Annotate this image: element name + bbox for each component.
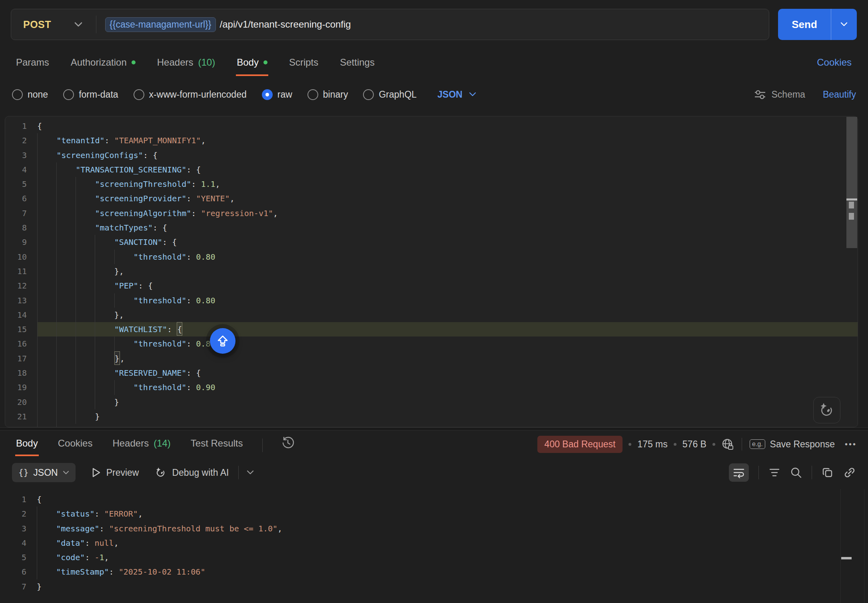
code-line: 6"screeningProvider": "YENTE", bbox=[5, 191, 858, 206]
code-line: 14}, bbox=[5, 308, 858, 322]
code-line: 7} bbox=[5, 579, 858, 594]
divider bbox=[758, 466, 759, 479]
caps-lock-key-overlay bbox=[210, 328, 235, 354]
network-info-button[interactable] bbox=[721, 438, 734, 451]
method-label: POST bbox=[23, 19, 51, 30]
radio-circle bbox=[307, 89, 318, 100]
tab-scripts[interactable]: Scripts bbox=[288, 51, 319, 76]
copy-icon bbox=[822, 467, 834, 479]
response-toolbar: {} JSON Preview Debug with AI bbox=[12, 461, 856, 484]
word-wrap-icon bbox=[733, 467, 745, 478]
response-size[interactable]: 576 B bbox=[682, 439, 706, 450]
status-badge[interactable]: 400 Bad Request bbox=[537, 436, 623, 453]
code-line: 4"data": null, bbox=[5, 536, 858, 550]
ai-sparkle-icon bbox=[818, 402, 835, 419]
code-line: 22} bbox=[5, 424, 858, 427]
body-type-options: none form-data x-www-form-urlencoded raw… bbox=[12, 83, 856, 106]
filter-button[interactable] bbox=[768, 467, 780, 478]
radio-binary[interactable]: binary bbox=[307, 89, 348, 100]
link-button[interactable] bbox=[843, 466, 856, 479]
tab-headers[interactable]: Headers(10) bbox=[156, 51, 216, 76]
code-line: 13"threshold": 0.80 bbox=[5, 293, 858, 308]
tab-authorization[interactable]: Authorization bbox=[70, 51, 136, 76]
radio-x-www-form-urlencoded[interactable]: x-www-form-urlencoded bbox=[134, 89, 247, 100]
request-editor-scrollbar[interactable] bbox=[846, 117, 857, 248]
send-options-button[interactable] bbox=[831, 9, 857, 40]
request-body-editor[interactable]: 1{2"tenantId": "TEAMAPT_MONNIFY1",3"scre… bbox=[5, 116, 858, 427]
postbot-ai-button[interactable] bbox=[813, 397, 840, 423]
search-button[interactable] bbox=[790, 467, 802, 479]
overview-ruler-mark bbox=[841, 557, 852, 559]
copy-button[interactable] bbox=[822, 467, 834, 479]
filter-icon bbox=[768, 467, 780, 478]
search-icon bbox=[790, 467, 802, 479]
sliders-icon bbox=[754, 89, 766, 100]
code-line: 3"message": "screeningThreshold must be … bbox=[5, 521, 858, 536]
debug-with-ai-button[interactable]: Debug with AI bbox=[155, 467, 229, 479]
radio-form-data[interactable]: form-data bbox=[63, 89, 118, 100]
code-line: 3"screeningConfigs": { bbox=[5, 148, 858, 162]
body-status-dot bbox=[263, 60, 267, 64]
response-headers-count: (14) bbox=[154, 438, 171, 449]
response-body-editor[interactable]: 1{2"status": "ERROR",3"message": "screen… bbox=[5, 489, 858, 603]
cookies-link[interactable]: Cookies bbox=[817, 57, 852, 68]
response-format-select[interactable]: {} JSON bbox=[12, 463, 76, 482]
tab-body[interactable]: Body bbox=[236, 51, 268, 76]
code-line: 10"threshold": 0.80 bbox=[5, 250, 858, 264]
response-time[interactable]: 175 ms bbox=[637, 439, 667, 450]
code-line: 8"matchTypes": { bbox=[5, 220, 858, 235]
response-tabs: Body Cookies Headers(14) Test Results bbox=[15, 433, 295, 458]
send-button-group: Send bbox=[778, 9, 857, 40]
raw-format-select[interactable]: JSON bbox=[437, 89, 476, 100]
separator-dot bbox=[674, 443, 676, 446]
code-line: 5"code": -1, bbox=[5, 550, 858, 565]
url-path: /api/v1/tenant-screening-config bbox=[220, 19, 351, 30]
divider bbox=[812, 466, 812, 479]
radio-graphql[interactable]: GraphQL bbox=[363, 89, 417, 100]
tab-settings[interactable]: Settings bbox=[339, 51, 375, 76]
request-url-bar: POST {{case-managament-url}} /api/v1/ten… bbox=[11, 9, 769, 40]
code-line: 7"screeningAlgorithm": "regression-v1", bbox=[5, 206, 858, 220]
beautify-button[interactable]: Beautify bbox=[823, 89, 856, 100]
example-icon: e.g. bbox=[750, 439, 765, 449]
save-response-button[interactable]: e.g. Save Response bbox=[750, 439, 835, 450]
response-tab-headers[interactable]: Headers(14) bbox=[112, 433, 171, 456]
method-selector[interactable]: POST bbox=[11, 19, 96, 30]
code-line: 1{ bbox=[5, 492, 858, 507]
code-line: 9"SANCTION": { bbox=[5, 235, 858, 249]
code-line: 15"WATCHLIST": { bbox=[5, 322, 858, 337]
radio-circle-selected bbox=[262, 89, 273, 100]
send-button[interactable]: Send bbox=[778, 9, 831, 40]
radio-none[interactable]: none bbox=[12, 89, 48, 100]
radio-circle bbox=[363, 89, 374, 100]
code-line: 11}, bbox=[5, 264, 858, 278]
overview-ruler-mark bbox=[846, 198, 857, 200]
url-input[interactable]: {{case-managament-url}} /api/v1/tenant-s… bbox=[96, 17, 351, 32]
divider bbox=[238, 466, 239, 479]
code-line: 20} bbox=[5, 395, 858, 409]
environment-variable-pill[interactable]: {{case-managament-url}} bbox=[105, 17, 216, 32]
preview-button[interactable]: Preview bbox=[92, 467, 139, 478]
divider bbox=[262, 439, 263, 452]
response-tab-test-results[interactable]: Test Results bbox=[190, 433, 244, 456]
response-tab-body[interactable]: Body bbox=[15, 433, 39, 456]
overview-ruler-mark bbox=[849, 213, 854, 220]
code-line: 12"PEP": { bbox=[5, 278, 858, 293]
request-tabs: Params Authorization Headers(10) Body Sc… bbox=[15, 51, 375, 77]
code-line: 1{ bbox=[5, 119, 858, 133]
toolbar-more-dropdown[interactable] bbox=[247, 470, 254, 475]
divider bbox=[864, 489, 864, 603]
divider bbox=[840, 489, 841, 603]
radio-raw[interactable]: raw bbox=[262, 89, 292, 100]
response-tab-cookies[interactable]: Cookies bbox=[57, 433, 94, 456]
postman-app-window: POST {{case-managament-url}} /api/v1/ten… bbox=[0, 0, 868, 603]
response-meta: 400 Bad Request 175 ms 576 B e.g. Save R… bbox=[537, 433, 857, 455]
more-actions-button[interactable]: ••• bbox=[845, 440, 857, 449]
word-wrap-toggle[interactable] bbox=[729, 463, 749, 482]
authorization-status-dot bbox=[132, 60, 136, 64]
schema-button[interactable]: Schema bbox=[754, 89, 805, 100]
tab-params[interactable]: Params bbox=[15, 51, 50, 76]
pane-resize-divider[interactable] bbox=[0, 427, 868, 431]
response-history-button[interactable] bbox=[281, 436, 295, 450]
code-line: 2"status": "ERROR", bbox=[5, 507, 858, 521]
